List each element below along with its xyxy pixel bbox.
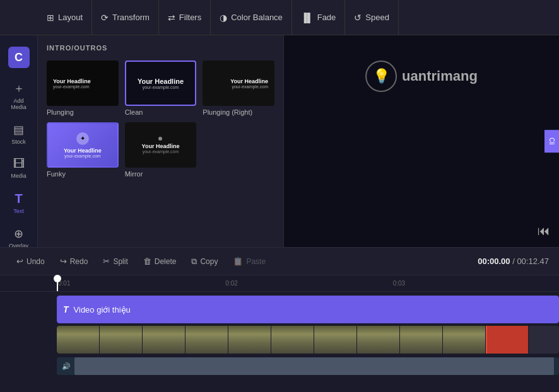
logo-bulb-icon: 💡	[373, 68, 390, 84]
video-thumb-5	[228, 326, 271, 354]
text-track-label	[0, 296, 57, 323]
sidebar-item-media[interactable]: 🎞 Media	[3, 153, 35, 184]
add-media-icon: ＋	[13, 81, 25, 96]
video-thumb-8	[357, 326, 400, 354]
preview-area: 💡 uantrimang Cli ⏮	[284, 35, 559, 247]
top-toolbar: ⊞ Layout ⟳ Transform ⇄ Filters ◑ Color B…	[0, 0, 559, 35]
paste-button[interactable]: 📋 Paste	[227, 253, 272, 269]
undo-icon: ↩	[16, 257, 23, 266]
logo-wordmark: uantrimang	[402, 68, 478, 84]
template-thumb-funky: ✦ Your Headline your-example.com	[47, 122, 119, 168]
template-item-plunging-right[interactable]: Your Headline your-example.com Plunging …	[203, 61, 274, 116]
text-track-name: Video giới thiệu	[74, 305, 131, 314]
audio-track-content[interactable]: 🔊	[57, 356, 559, 376]
templates-grid: Your Headline your-example.com Plunging …	[47, 61, 274, 178]
copy-icon: ⧉	[191, 257, 197, 267]
toolbar-layout-btn[interactable]: ⊞ Layout	[38, 0, 92, 35]
main-area: C ＋ Add Media ▤ Stock 🎞 Media T Text ⊕ O…	[0, 35, 559, 247]
stock-icon: ▤	[13, 123, 24, 137]
timeline-ruler: 0:01 0:02 0:03	[0, 275, 559, 292]
audio-waveform	[74, 357, 554, 375]
sidebar-item-add-media[interactable]: ＋ Add Media	[3, 76, 35, 115]
split-button[interactable]: ✂ Split	[97, 253, 134, 269]
playhead-dot	[54, 275, 61, 282]
template-thumb-plunging-right: Your Headline your-example.com	[203, 61, 274, 106]
toolbar-transform-btn[interactable]: ⟳ Transform	[92, 0, 159, 35]
preview-step-back-icon[interactable]: ⏮	[538, 224, 550, 238]
section-title: INTRO/OUTROS	[47, 44, 274, 52]
speed-icon: ↺	[354, 13, 362, 23]
template-thumb-clean: Your Headline your-example.com	[125, 61, 197, 106]
redo-button[interactable]: ↪ Redo	[54, 253, 95, 269]
template-item-mirror[interactable]: Your Headline your-example.com Mirror	[125, 122, 197, 178]
copy-button[interactable]: ⧉ Copy	[185, 253, 224, 270]
layout-icon: ⊞	[47, 13, 54, 23]
text-track-content[interactable]: T Video giới thiệu	[57, 296, 559, 323]
video-thumb-7	[314, 326, 357, 354]
undo-button[interactable]: ↩ Undo	[10, 253, 51, 269]
template-item-funky[interactable]: ✦ Your Headline your-example.com Funky	[47, 122, 119, 178]
timeline-tracks: T Video giới thiệu	[0, 292, 559, 383]
audio-track-bar: 🔊	[57, 357, 559, 375]
redo-icon: ↪	[60, 257, 67, 266]
text-track: T Video giới thiệu	[0, 296, 559, 323]
timeline-time: 00:00.00 / 00:12.47	[478, 257, 549, 266]
template-item-plunging[interactable]: Your Headline your-example.com Plunging	[47, 61, 119, 116]
ruler-mark-0: 0:01	[57, 280, 224, 287]
fade-icon: ▐▌	[301, 13, 314, 23]
delete-icon: 🗑	[143, 257, 151, 266]
template-item-clean[interactable]: Your Headline your-example.com Clean	[125, 61, 197, 116]
ruler-marks: 0:01 0:02 0:03	[57, 280, 559, 287]
video-track	[0, 326, 559, 354]
toolbar-color-balance-btn[interactable]: ◑ Color Balance	[211, 0, 292, 35]
video-thumb-4	[185, 326, 228, 354]
content-panel: INTRO/OUTROS Your Headline your-example.…	[38, 35, 284, 247]
template-thumb-mirror: Your Headline your-example.com	[125, 122, 197, 168]
video-thumb-10	[443, 326, 486, 354]
ruler-mark-2: 0:03	[392, 280, 559, 287]
logo-circle: 💡	[365, 61, 397, 92]
paste-icon: 📋	[233, 257, 243, 266]
preview-cta-button[interactable]: Cli	[544, 130, 559, 153]
transform-icon: ⟳	[101, 13, 109, 23]
text-icon: T	[15, 192, 22, 206]
timeline-toolbar: ↩ Undo ↪ Redo ✂ Split 🗑 Delete ⧉ Copy 📋 …	[0, 248, 559, 275]
video-thumb-3	[143, 326, 185, 354]
template-thumb-plunging: Your Headline your-example.com	[47, 61, 119, 106]
sidebar-item-overlay[interactable]: ⊕ Overlay	[3, 222, 35, 247]
video-thumb-2	[100, 326, 143, 354]
video-track-content[interactable]	[57, 326, 559, 354]
toolbar-speed-btn[interactable]: ↺ Speed	[345, 0, 399, 35]
app-logo: C	[8, 47, 30, 68]
video-track-bar	[57, 326, 559, 354]
filters-icon: ⇄	[168, 13, 175, 23]
sidebar-item-stock[interactable]: ▤ Stock	[3, 118, 35, 150]
video-thumb-1	[57, 326, 100, 354]
playhead[interactable]	[57, 275, 58, 291]
text-track-icon: T	[63, 304, 69, 314]
video-thumb-11	[486, 326, 529, 354]
overlay-icon: ⊕	[14, 227, 23, 241]
delete-button[interactable]: 🗑 Delete	[137, 253, 183, 269]
preview-logo: 💡 uantrimang	[365, 61, 478, 92]
ruler-mark-1: 0:02	[224, 280, 391, 287]
bottom-panel: ↩ Undo ↪ Redo ✂ Split 🗑 Delete ⧉ Copy 📋 …	[0, 247, 559, 392]
color-balance-icon: ◑	[220, 13, 227, 23]
audio-track: 🔊	[0, 356, 559, 376]
left-sidebar: C ＋ Add Media ▤ Stock 🎞 Media T Text ⊕ O…	[0, 35, 38, 247]
audio-track-label	[0, 356, 57, 376]
media-icon: 🎞	[13, 158, 25, 171]
video-thumb-9	[400, 326, 443, 354]
sidebar-item-text[interactable]: T Text	[3, 187, 35, 219]
split-icon: ✂	[103, 257, 110, 266]
toolbar-filters-btn[interactable]: ⇄ Filters	[159, 0, 211, 35]
video-thumb-6	[271, 326, 314, 354]
video-track-label	[0, 326, 57, 354]
toolbar-fade-btn[interactable]: ▐▌ Fade	[292, 0, 345, 35]
audio-volume-icon: 🔊	[62, 362, 71, 371]
text-track-bar: T Video giới thiệu	[57, 296, 559, 323]
